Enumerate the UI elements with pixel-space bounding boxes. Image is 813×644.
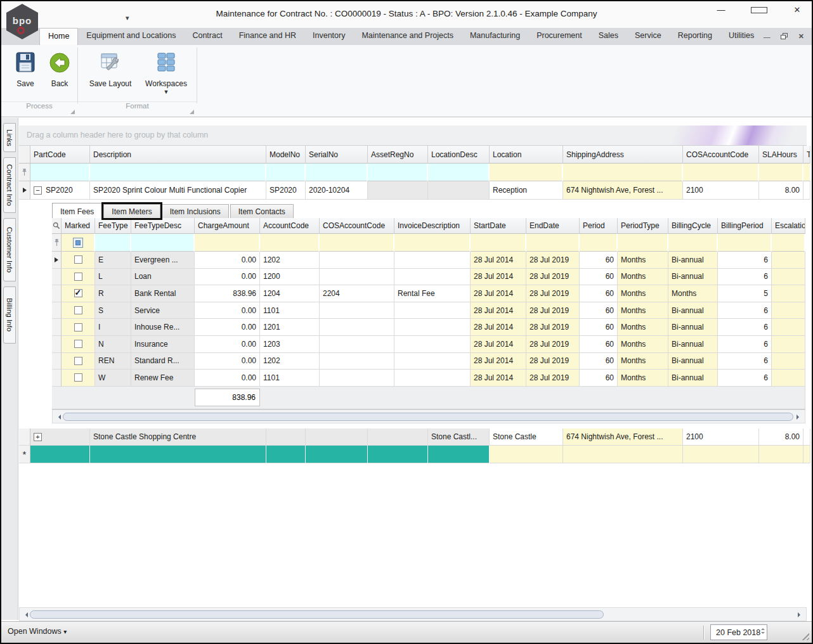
workspaces-dropdown-icon[interactable]: ▼ xyxy=(142,89,190,95)
filter-cell-billing_cycle[interactable] xyxy=(668,234,718,252)
ribbon-tab-home[interactable]: Home xyxy=(39,28,78,45)
cell-cos_account_code[interactable] xyxy=(320,252,394,269)
column-header-cos_account_code[interactable]: COSAccountCode xyxy=(683,146,759,164)
ribbon-tab-manufacturing[interactable]: Manufacturing xyxy=(462,28,528,45)
checkbox[interactable] xyxy=(74,323,82,332)
filter-cell-start_date[interactable] xyxy=(471,234,526,252)
cell-end_date[interactable]: 28 Jul 2019 xyxy=(526,252,580,269)
filter-cell-fee_type[interactable] xyxy=(95,234,131,252)
cell-model_no[interactable] xyxy=(266,428,306,446)
cell-cos_account_code[interactable]: 2204 xyxy=(320,285,394,302)
date-spinner[interactable] xyxy=(761,626,765,636)
column-header-account_code[interactable]: AccountCode xyxy=(260,218,320,234)
cell-location_desc[interactable] xyxy=(428,446,490,463)
cell-invoice_description[interactable] xyxy=(394,302,471,319)
ribbon-tab-procurement[interactable]: Procurement xyxy=(528,28,590,45)
cell-cos_account_code[interactable] xyxy=(320,269,394,286)
ribbon-tab-service[interactable]: Service xyxy=(627,28,670,45)
cell-account_code[interactable]: 1204 xyxy=(260,285,320,302)
cell-account_code[interactable]: 1202 xyxy=(260,252,320,269)
column-header-invoice_description[interactable]: InvoiceDescription xyxy=(394,218,471,234)
cell-marked[interactable] xyxy=(62,319,95,336)
cell-account_code[interactable]: 1201 xyxy=(260,319,320,336)
cell-escalation[interactable] xyxy=(772,269,805,286)
minimize-icon[interactable]: — xyxy=(713,5,729,15)
back-button[interactable]: Back xyxy=(39,51,80,88)
cell-billing_cycle[interactable]: Bi-annual xyxy=(668,302,718,319)
cell-period_type[interactable]: Months xyxy=(618,336,668,353)
filter-pin-icon[interactable] xyxy=(52,234,62,252)
filter-cell-billing_period[interactable] xyxy=(718,234,772,252)
open-windows-button[interactable]: Open Windows ▾ xyxy=(8,627,67,636)
cell-charge_amount[interactable]: 838.96 xyxy=(195,285,260,302)
cell-marked[interactable] xyxy=(62,252,95,269)
cell-fee_type_desc[interactable]: Standard R... xyxy=(131,353,195,370)
workspaces-button[interactable]: Workspaces ▼ xyxy=(142,51,190,95)
sidebar-tab-contract-info[interactable]: Contract Info xyxy=(3,157,16,213)
column-header-period[interactable]: Period xyxy=(580,218,618,234)
checkbox[interactable] xyxy=(74,340,82,348)
cell-end_date[interactable]: 28 Jul 2019 xyxy=(526,285,580,302)
ribbon-tab-utilities[interactable]: Utilities xyxy=(720,28,762,45)
cell-account_code[interactable]: 1202 xyxy=(260,353,320,370)
cell-t[interactable] xyxy=(803,428,810,446)
column-header-end_date[interactable]: EndDate xyxy=(526,218,580,234)
cell-period[interactable]: 60 xyxy=(580,319,618,336)
cell-period[interactable]: 60 xyxy=(580,285,618,302)
filter-cell-t[interactable] xyxy=(803,164,811,181)
cell-description[interactable]: SP2020 Sprint Colour Multi Functional Co… xyxy=(90,181,266,200)
cell-marked[interactable] xyxy=(62,370,95,387)
column-header-cos_account_code[interactable]: COSAccountCode xyxy=(320,218,394,234)
cell-billing_cycle[interactable]: Bi-annual xyxy=(668,269,718,286)
column-header-location[interactable]: Location xyxy=(490,146,563,164)
column-header-start_date[interactable]: StartDate xyxy=(471,218,526,234)
cell-billing_period[interactable]: 6 xyxy=(718,353,772,370)
cell-period[interactable]: 60 xyxy=(580,353,618,370)
cell-fee_type_desc[interactable]: Evergreen ... xyxy=(131,252,195,269)
column-header-asset_reg_no[interactable]: AssetRegNo xyxy=(368,146,428,164)
cell-t[interactable] xyxy=(803,446,810,463)
checkbox[interactable] xyxy=(74,306,82,314)
cell-fee_type_desc[interactable]: Bank Rental xyxy=(131,285,195,302)
cell-part_code[interactable] xyxy=(30,446,90,463)
cell-fee_type[interactable]: N xyxy=(95,336,131,353)
cell-period[interactable]: 60 xyxy=(580,269,618,286)
cell-period[interactable]: 60 xyxy=(580,252,618,269)
cell-period_type[interactable]: Months xyxy=(618,285,668,302)
cell-cos_account_code[interactable] xyxy=(320,370,394,387)
cell-sla_hours[interactable] xyxy=(759,446,803,463)
cell-serial_no[interactable] xyxy=(306,428,368,446)
cell-invoice_description[interactable] xyxy=(394,319,471,336)
cell-fee_type_desc[interactable]: Insurance xyxy=(131,336,195,353)
filter-cell-end_date[interactable] xyxy=(526,234,580,252)
filter-cell-sla_hours[interactable] xyxy=(759,164,803,181)
cell-invoice_description[interactable] xyxy=(394,336,471,353)
checkbox[interactable] xyxy=(74,373,82,382)
cell-cos_account_code[interactable] xyxy=(320,353,394,370)
checkbox[interactable] xyxy=(74,255,82,264)
filter-cell-escalation[interactable] xyxy=(772,234,805,252)
checkbox[interactable] xyxy=(74,357,82,365)
filter-cell-invoice_description[interactable] xyxy=(394,234,471,252)
ribbon-tab-inventory[interactable]: Inventory xyxy=(304,28,353,45)
cell-end_date[interactable]: 28 Jul 2019 xyxy=(526,302,580,319)
save-layout-button[interactable]: Save Layout xyxy=(88,51,133,88)
filter-cell-cos_account_code[interactable] xyxy=(683,164,759,181)
expand-icon[interactable]: + xyxy=(34,433,42,441)
cell-fee_type[interactable]: S xyxy=(95,302,131,319)
process-dialog-launcher-icon[interactable] xyxy=(70,110,75,114)
cell-invoice_description[interactable] xyxy=(394,252,471,269)
cell-invoice_description[interactable] xyxy=(394,370,471,387)
detail-tab-item-inclusions[interactable]: Item Inclusions xyxy=(162,204,229,218)
cell-period[interactable]: 60 xyxy=(580,336,618,353)
cell-fee_type[interactable]: REN xyxy=(95,353,131,370)
cell-description[interactable] xyxy=(90,446,266,463)
scroll-right-icon[interactable] xyxy=(798,612,803,617)
cell-fee_type_desc[interactable]: Inhouse Re... xyxy=(131,319,195,336)
cell-shipping_address[interactable]: 674 Nightwish Ave, Forest ... xyxy=(563,428,683,446)
detail-tab-item-fees[interactable]: Item Fees xyxy=(52,203,102,218)
filter-cell-period[interactable] xyxy=(580,234,618,252)
detail-horizontal-scrollbar[interactable] xyxy=(52,409,805,423)
cell-start_date[interactable]: 28 Jul 2014 xyxy=(471,252,526,269)
cell-marked[interactable] xyxy=(62,269,95,286)
